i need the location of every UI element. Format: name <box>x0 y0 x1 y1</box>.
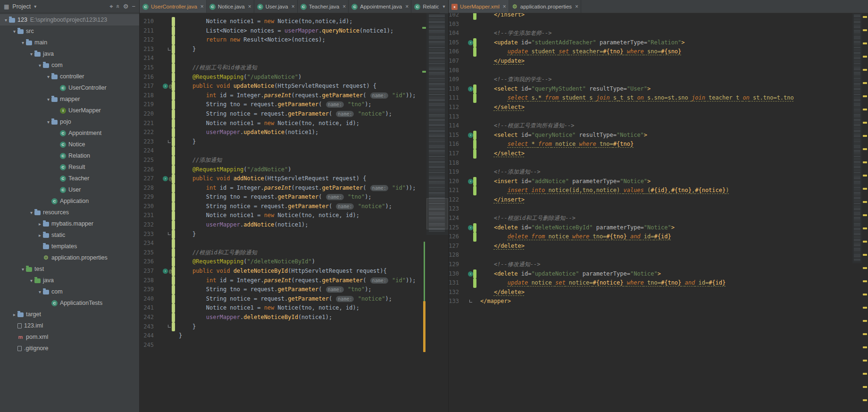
tab-notice-java[interactable]: CNotice.java× <box>207 0 254 13</box>
fold-marker-icon[interactable] <box>168 48 171 50</box>
tree-item-test[interactable]: ▾test <box>0 263 139 275</box>
tab-user-java[interactable]: CUser.java× <box>254 0 298 13</box>
gutter-icons <box>159 294 172 304</box>
tree-item-result[interactable]: CResult <box>0 161 139 173</box>
hidden-tabs-chevron-icon[interactable]: ▾ <box>440 0 448 13</box>
chevron-down-icon[interactable]: ▾ <box>28 210 34 215</box>
tab-application-properties[interactable]: ⚙application.properties× <box>509 0 581 13</box>
close-icon[interactable]: × <box>342 3 346 10</box>
tree-item-notice[interactable]: CNotice <box>0 139 139 150</box>
collapse-all-icon[interactable]: « <box>115 5 122 8</box>
tree-item-usercontroller[interactable]: CUserController <box>0 82 139 93</box>
close-icon[interactable]: × <box>575 3 578 10</box>
chevron-down-icon[interactable]: ▾ <box>3 17 9 23</box>
mybatis-statement-icon[interactable]: › <box>468 271 473 277</box>
tree-item-static[interactable]: ▸static <box>0 229 139 241</box>
gutter-icons <box>159 202 172 211</box>
tree-item-label: java <box>43 50 54 57</box>
minimap-viewport[interactable] <box>426 198 448 229</box>
tree-item-mapper[interactable]: ▾mapper <box>0 93 139 105</box>
tree-item-application[interactable]: CApplication <box>0 195 139 207</box>
tree-item-resources[interactable]: ▾resources <box>0 207 139 218</box>
tree-item-relation[interactable]: CRelation <box>0 150 139 161</box>
project-tree[interactable]: ▾123E:\springboot\project\123\123▾src▾ma… <box>0 13 139 412</box>
fold-marker-icon[interactable] <box>469 300 472 303</box>
tree-item-com[interactable]: ▾com <box>0 59 139 71</box>
tree-item-usermapper[interactable]: IUserMapper <box>0 105 139 116</box>
tree-item-templates[interactable]: templates <box>0 241 139 252</box>
tree-item-test-com[interactable]: ▾com <box>0 286 139 297</box>
fold-marker-icon[interactable] <box>168 232 171 235</box>
right-scrollbar-stripe[interactable] <box>862 13 868 412</box>
close-icon[interactable]: × <box>200 3 204 10</box>
mapper-method-icon[interactable]: › <box>163 269 168 274</box>
chevron-down-icon[interactable]: ▾ <box>45 97 51 102</box>
chevron-right-icon[interactable]: ▸ <box>37 233 43 238</box>
right-code[interactable]: 102 </insert>103104 <!--学生添加老师-->105› <u… <box>449 13 868 306</box>
code-text: <!--修改通知--> <box>476 260 540 269</box>
line-number: 114 <box>449 121 463 131</box>
settings-icon[interactable]: ⚙ <box>123 3 129 10</box>
tree-item-target[interactable]: ▸target <box>0 309 139 320</box>
vcs-change-bar <box>172 165 175 175</box>
tab-relation-java[interactable]: CRelation.ja <box>411 0 439 13</box>
vcs-change-bar <box>172 156 175 165</box>
chevron-down-icon[interactable]: ▾ <box>34 4 36 9</box>
tree-item-main[interactable]: ▾main <box>0 37 139 48</box>
chevron-down-icon[interactable]: ▾ <box>28 278 34 283</box>
fold-marker-icon[interactable] <box>168 140 171 143</box>
close-icon[interactable]: × <box>248 3 251 10</box>
tree-item-test-java[interactable]: ▾java <box>0 275 139 286</box>
project-panel-title[interactable]: Project <box>12 3 31 10</box>
tree-item-pom-xml[interactable]: mpom.xml <box>0 331 139 343</box>
right-editor-body[interactable]: 102 </insert>103104 <!--学生添加老师-->105› <u… <box>449 13 868 412</box>
tree-item-appointment[interactable]: CAppointment <box>0 127 139 139</box>
chevron-down-icon[interactable]: ▾ <box>45 74 51 79</box>
right-minimap[interactable] <box>852 13 862 263</box>
tree-item-java[interactable]: ▾java <box>0 48 139 59</box>
chevron-right-icon[interactable]: ▸ <box>11 312 17 317</box>
chevron-down-icon[interactable]: ▾ <box>37 289 43 294</box>
chevron-down-icon[interactable]: ▾ <box>20 267 26 272</box>
tree-item-project-root[interactable]: ▾123E:\springboot\project\123\123 <box>0 14 139 25</box>
locate-icon[interactable]: ⌖ <box>109 3 113 10</box>
tree-item-mybatis-mapper[interactable]: ▸mybatis.mapper <box>0 218 139 229</box>
close-icon[interactable]: × <box>292 3 295 10</box>
chevron-down-icon[interactable]: ▾ <box>37 63 43 68</box>
middle-minimap[interactable] <box>426 13 448 235</box>
tab-usermapper-xml[interactable]: xUserMapper.xml× <box>449 0 509 13</box>
tree-item-teacher[interactable]: CTeacher <box>0 173 139 184</box>
mybatis-statement-icon[interactable]: › <box>468 225 473 230</box>
close-icon[interactable]: × <box>405 3 409 10</box>
gutter-icons <box>463 297 473 306</box>
mybatis-statement-icon[interactable]: › <box>468 40 473 45</box>
tree-item-user[interactable]: CUser <box>0 184 139 195</box>
tab-usercontroller-java[interactable]: CUserController.java× <box>140 0 207 13</box>
mybatis-statement-icon[interactable]: › <box>468 179 473 184</box>
chevron-down-icon[interactable]: ▾ <box>11 29 17 34</box>
tree-item-123-iml[interactable]: 123.iml <box>0 320 139 331</box>
tree-item-controller[interactable]: ▾controller <box>0 71 139 82</box>
tab-appointment-java[interactable]: CAppointment.java× <box>349 0 411 13</box>
fold-marker-icon[interactable] <box>168 325 171 328</box>
tab-teacher-java[interactable]: CTeacher.java× <box>298 0 349 13</box>
tree-item-application-properties[interactable]: ⚙application.properties <box>0 252 139 263</box>
chevron-down-icon[interactable]: ▾ <box>45 119 51 125</box>
mapper-method-icon[interactable]: › <box>163 84 168 89</box>
tree-item-pojo[interactable]: ▾pojo <box>0 116 139 127</box>
middle-scrollbar-stripe[interactable] <box>422 13 426 412</box>
middle-code[interactable]: 210 Notice notice1 = new Notice(tno,noti… <box>140 17 448 350</box>
chevron-down-icon[interactable]: ▾ <box>20 40 26 45</box>
close-icon[interactable]: × <box>503 3 506 10</box>
tree-item-label: Result <box>68 164 85 170</box>
chevron-down-icon[interactable]: ▾ <box>28 51 34 57</box>
hide-panel-icon[interactable]: − <box>132 3 135 10</box>
tree-item-gitignore[interactable]: .gitignore <box>0 343 139 354</box>
chevron-right-icon[interactable]: ▸ <box>37 221 43 227</box>
mapper-method-icon[interactable]: › <box>163 176 168 181</box>
tree-item-src[interactable]: ▾src <box>0 25 139 37</box>
mybatis-statement-icon[interactable]: › <box>468 133 473 138</box>
tree-item-applicationtests[interactable]: CApplicationTests <box>0 297 139 309</box>
middle-editor-body[interactable]: 210 Notice notice1 = new Notice(tno,noti… <box>140 13 448 412</box>
mybatis-statement-icon[interactable]: › <box>468 86 473 92</box>
